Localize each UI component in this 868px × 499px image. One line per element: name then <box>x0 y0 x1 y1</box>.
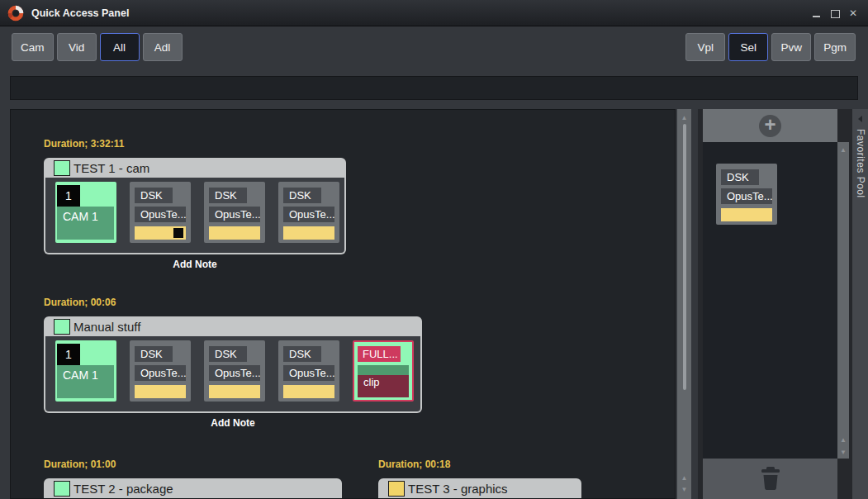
group-duration: Duration; 00:18 <box>378 459 581 470</box>
group-title: TEST 3 - graphics <box>408 482 508 496</box>
full-progress-band <box>358 365 409 375</box>
scroll-up-icon[interactable]: ▲ <box>837 146 849 154</box>
dsk-color-bar <box>283 385 334 398</box>
source-filter-group: Cam Vid All Adl <box>12 33 183 61</box>
filter-sel-button[interactable]: Sel <box>728 33 768 61</box>
dsk-color-bar <box>209 226 260 240</box>
dsk-tag: DSK <box>283 188 321 203</box>
dsk-color-bar <box>135 385 186 398</box>
tile-dsk[interactable]: DSK OpusTe... <box>278 182 339 243</box>
group-test3-graphics: Duration; 00:18 TEST 3 - graphics <box>378 459 581 499</box>
group-header[interactable]: TEST 2 - package <box>45 478 340 498</box>
group-duration: Duration; 01:00 <box>44 459 342 470</box>
maximize-button[interactable] <box>830 8 840 18</box>
dsk-name: OpusTe... <box>721 188 772 204</box>
tile-dsk[interactable]: DSK OpusTe... <box>204 340 265 402</box>
dsk-name: OpusTe... <box>283 365 334 381</box>
scroll-up-icon[interactable]: ▲ <box>677 114 691 121</box>
cam-label: CAM 1 <box>57 365 114 398</box>
close-button[interactable]: ✕ <box>848 8 858 18</box>
output-filter-group: Vpl Sel Pvw Pgm <box>685 33 856 61</box>
group-color-swatch <box>388 481 405 497</box>
tile-cam1[interactable]: 1 CAM 1 <box>55 340 116 402</box>
filter-pvw-button[interactable]: Pvw <box>771 33 811 61</box>
favorites-pool-tab[interactable]: Favorites Pool <box>852 109 868 499</box>
dsk-name: OpusTe... <box>135 207 186 222</box>
status-strip <box>10 76 858 100</box>
scroll-down-icon[interactable]: ▼ <box>677 486 691 493</box>
add-favorite-button[interactable]: + <box>759 115 781 137</box>
tile-dsk[interactable]: DSK OpusTe... <box>278 340 339 402</box>
filter-vpl-button[interactable]: Vpl <box>685 33 725 61</box>
group-test1-cam: Duration; 3:32:11 TEST 1 - cam 1 CAM 1 D… <box>44 138 346 270</box>
app-logo-icon <box>7 4 25 22</box>
favorites-scrollbar[interactable]: ▲ ▲ ▼ <box>837 142 849 459</box>
tile-dsk-favorite[interactable]: DSK OpusTe... <box>716 164 777 225</box>
filter-adl-button[interactable]: Adl <box>143 33 183 61</box>
filter-vid-button[interactable]: Vid <box>57 33 97 61</box>
group-title: TEST 2 - package <box>74 482 173 496</box>
filter-pgm-button[interactable]: Pgm <box>814 33 856 61</box>
main-scrollbar[interactable]: ▲ ▲ ▼ <box>677 109 691 499</box>
dsk-tag: DSK <box>209 346 247 362</box>
cam-number: 1 <box>57 185 80 207</box>
tile-dsk[interactable]: DSK OpusTe... <box>130 340 191 402</box>
scrollbar-thumb[interactable] <box>683 124 686 390</box>
scroll-up-icon[interactable]: ▲ <box>837 436 849 444</box>
add-note-button[interactable]: Add Note <box>44 259 346 270</box>
minimize-button[interactable] <box>812 8 822 18</box>
clip-label: clip <box>358 375 409 397</box>
group-color-swatch <box>54 160 70 176</box>
title-bar: Quick Access Panel ✕ <box>0 0 868 26</box>
group-header[interactable]: Manual stuff <box>45 316 420 336</box>
dsk-name: OpusTe... <box>209 207 260 222</box>
dsk-color-bar <box>721 208 772 221</box>
favorites-list: DSK OpusTe... <box>703 142 837 459</box>
group-manual-stuff: Duration; 00:06 Manual stuff 1 CAM 1 DSK… <box>44 297 422 429</box>
dsk-tag: DSK <box>135 346 173 362</box>
cam-label: CAM 1 <box>57 207 114 240</box>
dsk-color-bar <box>209 385 260 398</box>
group-duration: Duration; 00:06 <box>44 297 422 308</box>
group-title: TEST 1 - cam <box>74 161 149 175</box>
favorites-pool-tab-label: Favorites Pool <box>855 129 866 198</box>
trash-icon <box>760 465 781 492</box>
group-duration: Duration; 3:32:11 <box>44 138 346 150</box>
scroll-down-icon[interactable]: ▼ <box>837 449 849 456</box>
dsk-name: OpusTe... <box>135 365 186 381</box>
group-color-swatch <box>54 319 70 335</box>
dsk-color-bar <box>135 226 186 240</box>
scroll-up-icon[interactable]: ▲ <box>677 474 691 482</box>
dsk-name: OpusTe... <box>209 365 260 381</box>
filter-cam-button[interactable]: Cam <box>12 33 54 61</box>
window-title: Quick Access Panel <box>31 0 129 26</box>
dsk-name: OpusTe... <box>283 207 334 222</box>
dsk-color-bar <box>283 226 334 240</box>
cam-number: 1 <box>57 344 80 365</box>
full-tag: FULL... <box>358 346 401 362</box>
dsk-tag: DSK <box>209 188 247 203</box>
dsk-marker <box>173 228 183 238</box>
favorites-header: + <box>703 109 837 142</box>
dsk-tag: DSK <box>135 188 173 203</box>
delete-drop-zone[interactable] <box>703 459 837 499</box>
group-title: Manual stuff <box>74 320 140 334</box>
dsk-tag: DSK <box>283 346 321 362</box>
rundown-panel: Duration; 3:32:11 TEST 1 - cam 1 CAM 1 D… <box>10 109 676 499</box>
filter-all-button[interactable]: All <box>100 33 140 61</box>
tile-dsk[interactable]: DSK OpusTe... <box>130 182 191 243</box>
group-header[interactable]: TEST 1 - cam <box>45 158 344 178</box>
tile-fullscreen-clip[interactable]: FULL... clip <box>353 340 414 402</box>
group-header[interactable]: TEST 3 - graphics <box>380 478 580 498</box>
tile-dsk[interactable]: DSK OpusTe... <box>204 182 265 243</box>
collapse-arrow-icon <box>858 116 862 122</box>
group-color-swatch <box>54 481 70 497</box>
dsk-tag: DSK <box>721 169 759 185</box>
tile-cam1[interactable]: 1 CAM 1 <box>55 182 116 243</box>
group-test2-package: Duration; 01:00 TEST 2 - package <box>44 459 342 499</box>
add-note-button[interactable]: Add Note <box>44 417 422 429</box>
